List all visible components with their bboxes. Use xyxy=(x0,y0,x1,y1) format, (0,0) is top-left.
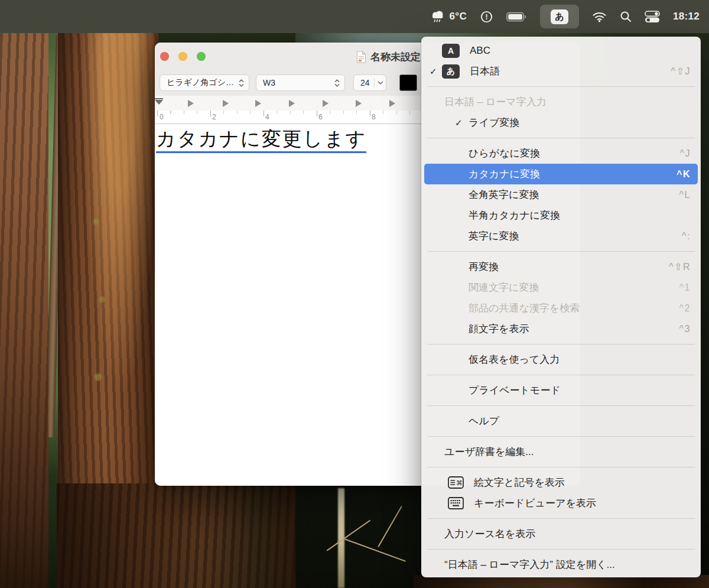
document-icon xyxy=(356,51,366,63)
menu-separator xyxy=(427,405,695,406)
menu-item-convert-related-characters: 関連文字に変換 ^1 xyxy=(421,277,701,298)
menu-separator xyxy=(427,436,695,437)
menu-item-label: 部品の共通な漢字を検索 xyxy=(469,301,580,315)
menu-item-label: ひらがなに変換 xyxy=(469,147,540,160)
menu-item-label: 入力ソース名を表示 xyxy=(444,527,535,541)
shortcut-label: ^⇧J xyxy=(671,66,691,77)
menu-item-help[interactable]: ヘルプ xyxy=(421,411,701,431)
wifi-icon xyxy=(592,11,607,22)
input-source-menu: A ABC ✓ あ 日本語 ^⇧J 日本語 – ローマ字入力 ✓ ライブ変換 ひ… xyxy=(421,37,701,577)
emoji-symbols-icon: ⌘ xyxy=(448,476,464,489)
shortcut-label: ^3 xyxy=(679,324,691,334)
menu-section-romaji-input: 日本語 – ローマ字入力 xyxy=(421,92,701,112)
menu-item-convert-roman[interactable]: 英字に変換 ^: xyxy=(421,226,701,246)
tab-stop-marker[interactable] xyxy=(356,100,362,107)
checkmark: ✓ xyxy=(455,118,469,128)
tab-stop-marker[interactable] xyxy=(223,100,229,107)
menu-item-abc[interactable]: A ABC xyxy=(421,40,701,61)
menu-bar: 6°C ! あ xyxy=(0,0,709,33)
menu-item-convert-halfwidth-katakana[interactable]: 半角カタカナに変換 xyxy=(421,205,701,226)
update-alert-item[interactable]: ! xyxy=(480,10,493,24)
window-title: 名称未設定 xyxy=(370,50,421,64)
tab-stop-marker[interactable] xyxy=(323,100,329,107)
shortcut-label: ^: xyxy=(682,231,691,242)
control-center-icon xyxy=(645,11,660,23)
menu-item-label: 再変換 xyxy=(469,260,499,274)
menu-item-label: カタカナに変換 xyxy=(469,167,540,181)
ruler-number: 2 xyxy=(212,113,216,121)
ruler-number: 8 xyxy=(372,113,376,121)
japanese-input-badge: あ xyxy=(551,9,568,24)
menu-item-label: 関連文字に変換 xyxy=(469,281,539,294)
text-color-well[interactable] xyxy=(399,74,417,91)
menu-item-kana-table-input[interactable]: 仮名表を使って入力 xyxy=(421,349,701,370)
input-source-menu-button[interactable]: あ xyxy=(540,5,579,28)
shortcut-label: ^2 xyxy=(679,303,691,314)
menu-item-label: 全角英字に変換 xyxy=(469,188,539,202)
menu-item-open-settings[interactable]: “日本語 – ローマ字入力” 設定を開く... xyxy=(421,554,701,575)
search-icon xyxy=(620,11,632,22)
spotlight-item[interactable] xyxy=(620,11,632,22)
menu-item-live-conversion[interactable]: ✓ ライブ変換 xyxy=(421,112,701,133)
window-title-group: 名称未設定 xyxy=(356,50,421,64)
tab-stop-marker[interactable] xyxy=(389,100,395,107)
japanese-input-badge: あ xyxy=(442,64,460,79)
menu-item-label: ヘルプ xyxy=(469,414,499,428)
menu-item-reconvert[interactable]: 再変換 ^⇧R xyxy=(421,256,701,277)
battery-item[interactable] xyxy=(506,12,527,22)
font-family-popup[interactable]: ヒラギノ角ゴシ… xyxy=(160,74,249,91)
zoom-button[interactable] xyxy=(197,52,206,61)
shortcut-label: ^K xyxy=(677,169,691,180)
menu-item-convert-hiragana[interactable]: ひらがなに変換 ^J xyxy=(421,143,701,164)
menu-item-private-mode[interactable]: プライベートモード xyxy=(421,380,701,401)
updown-chevron-icon xyxy=(239,79,244,87)
tab-stop-marker[interactable] xyxy=(255,100,261,107)
menu-item-show-input-source-name[interactable]: 入力ソース名を表示 xyxy=(421,524,701,544)
menu-item-show-keyboard-viewer[interactable]: キーボードビューアを表示 xyxy=(421,493,701,514)
control-center-item[interactable] xyxy=(645,11,660,23)
ime-composition-text: カタカナに変更します xyxy=(156,126,366,153)
menu-item-edit-user-dictionary[interactable]: ユーザ辞書を編集... xyxy=(421,441,701,462)
svg-text:⌘: ⌘ xyxy=(456,479,463,487)
font-style-popup[interactable]: W3 xyxy=(256,74,345,91)
font-size-value: 24 xyxy=(360,78,370,87)
clock-item[interactable]: 18:12 xyxy=(673,11,700,22)
menu-separator xyxy=(427,549,695,550)
menu-item-label: 半角カタカナに変換 xyxy=(469,209,560,222)
menu-item-japanese[interactable]: ✓ あ 日本語 ^⇧J xyxy=(421,61,701,82)
menu-item-show-emoji-symbols[interactable]: ⌘ 絵文字と記号を表示 xyxy=(421,472,701,493)
menu-item-label: 顔文字を表示 xyxy=(469,322,529,336)
close-button[interactable] xyxy=(160,52,169,61)
font-family-value: ヒラギノ角ゴシ… xyxy=(167,77,239,88)
menu-item-label: プライベートモード xyxy=(469,384,561,397)
wifi-item[interactable] xyxy=(592,11,607,22)
tab-stop-marker[interactable] xyxy=(188,100,194,107)
menu-item-convert-katakana[interactable]: カタカナに変換 ^K xyxy=(424,164,698,184)
shortcut-label: ^1 xyxy=(679,282,691,293)
menu-separator xyxy=(427,251,695,252)
abc-input-badge: A xyxy=(442,44,460,58)
weather-status[interactable]: 6°C xyxy=(430,10,467,23)
shortcut-label: ^J xyxy=(679,148,691,159)
section-header-label: 日本語 – ローマ字入力 xyxy=(444,95,547,109)
menu-item-convert-fullwidth-roman[interactable]: 全角英字に変換 ^L xyxy=(421,184,701,205)
menu-item-show-emoticons[interactable]: 顔文字を表示 ^3 xyxy=(421,319,701,339)
menu-separator xyxy=(427,518,695,519)
menu-item-label: ライブ変換 xyxy=(469,116,519,129)
keyboard-viewer-icon xyxy=(448,497,464,509)
menu-item-label: キーボードビューアを表示 xyxy=(474,496,596,510)
ruler-number: 0 xyxy=(160,113,164,121)
ruler-number: 4 xyxy=(265,113,269,121)
menu-item-label: ABC xyxy=(470,45,490,57)
indent-marker[interactable] xyxy=(155,98,163,105)
font-size-combo[interactable]: 24 xyxy=(353,74,386,91)
ruler-number: 6 xyxy=(318,113,323,121)
minimize-button[interactable] xyxy=(178,52,187,61)
menu-separator xyxy=(427,86,695,87)
tab-stop-marker[interactable] xyxy=(289,100,295,107)
temperature-label: 6°C xyxy=(450,11,467,22)
time-label: 18:12 xyxy=(673,11,700,22)
menu-separator xyxy=(427,467,695,467)
menu-separator xyxy=(427,375,695,375)
menu-separator xyxy=(427,344,695,345)
